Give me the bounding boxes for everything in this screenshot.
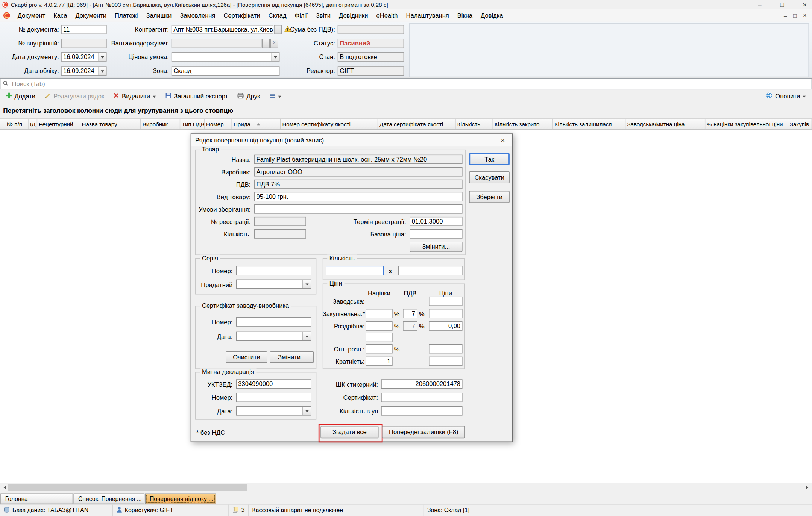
retail-price-field[interactable]: 0,00 [429,321,462,331]
refresh-dropdown-icon[interactable] [803,95,806,99]
minimize-button[interactable]: – [758,2,762,8]
close-button[interactable]: × [803,2,807,8]
certificate-field[interactable] [381,393,462,402]
sticker-field[interactable]: 2060000201478 [381,379,462,389]
list-options-button[interactable] [265,91,285,102]
refresh-button[interactable]: Оновити [762,90,810,103]
maximize-button[interactable]: □ [780,2,784,8]
consignee-clear-button[interactable]: X [270,39,278,48]
menu-item-13[interactable]: Вікна [453,9,477,21]
column-header-15[interactable]: % націнки закупівельної ціни [705,119,788,130]
delete-dropdown-icon[interactable] [153,95,156,99]
uktzed-field[interactable]: 3304990000 [236,379,311,389]
menu-item-3[interactable]: Платежі [111,9,142,21]
qty-per-pack-field[interactable] [381,406,462,416]
column-header-8[interactable]: Прида... [232,119,281,130]
doc-date-field[interactable]: 16.09.2024 [61,52,106,62]
horizontal-scrollbar[interactable] [0,483,812,492]
mdi-close-button[interactable]: × [803,11,807,19]
tab-0[interactable]: Головна [0,494,73,504]
column-header-4[interactable]: Назва товару [80,119,141,130]
customs-date-dropdown-icon[interactable] [302,407,311,415]
product-quantity-field[interactable] [254,229,306,239]
customs-number-field[interactable] [236,393,311,402]
print-button[interactable]: Друк [233,90,264,102]
product-change-button[interactable]: Змінити... [410,242,462,252]
reg-term-field[interactable]: 01.01.3000 [410,217,462,226]
quantity-total-field[interactable] [398,266,463,275]
factory-cert-number-field[interactable] [236,317,311,327]
quantity-input[interactable] [326,266,384,275]
menu-item-6[interactable]: Сертифікати [219,9,264,21]
product-kind-field[interactable]: 95-100 грн. [254,192,463,201]
search-input[interactable] [11,80,809,88]
factory-cert-date-dropdown-icon[interactable] [302,332,311,340]
column-header-9[interactable]: Номер сертифікату якості [281,119,378,130]
purchase-vat-field[interactable]: 7 [403,309,417,318]
column-header-0[interactable] [0,119,5,130]
price-condition-dropdown-icon[interactable] [271,53,279,61]
series-valid-dropdown-icon[interactable] [302,280,311,288]
tab-2[interactable]: Повернення від поку ... [145,494,216,504]
price-condition-field[interactable] [172,52,280,62]
factory-price-field[interactable] [429,297,462,306]
menu-item-10[interactable]: Довідники [335,9,372,21]
menu-item-9[interactable]: Звіти [312,9,335,21]
cancel-button[interactable]: Скасувати [469,171,509,183]
menu-item-11[interactable]: eHealth [372,9,402,21]
save-button[interactable]: Зберегти [469,191,509,203]
column-header-6[interactable]: Тип ПДВ [180,119,205,130]
wholesale-markup-field[interactable] [366,344,393,354]
menu-item-2[interactable]: Документи [71,9,111,21]
column-header-13[interactable]: Кількість залишилася [553,119,626,130]
export-button[interactable]: Загальний експорт [161,90,232,102]
factory-cert-date-field[interactable] [236,332,311,341]
list-dropdown-icon[interactable] [278,95,281,99]
doc-number-field[interactable]: 11 [61,25,106,34]
contragent-field[interactable]: Апт №003 пгт.Барышевка, ул.Киев [172,25,273,34]
purchase-price-field[interactable] [429,309,462,318]
contragent-browse-button[interactable]: ... [274,25,282,34]
wholesale-price-field[interactable] [429,344,462,354]
retail-markup-field[interactable] [366,321,393,331]
menu-item-1[interactable]: Каса [49,9,71,21]
groupby-panel[interactable]: Перетягніть заголовок колонки сюди для у… [0,103,812,118]
column-header-3[interactable]: Рецептурний [37,119,80,130]
multiplicity-price-field[interactable] [429,357,462,366]
account-date-field[interactable]: 16.09.2024 [61,66,106,76]
scroll-left-button[interactable] [0,483,8,492]
dialog-close-icon[interactable]: × [498,136,508,144]
multiplicity-field[interactable]: 1 [366,357,393,366]
menu-item-0[interactable]: Документ [14,9,49,21]
base-price-field[interactable] [410,229,462,239]
internal-number-field[interactable] [61,39,106,48]
menu-item-4[interactable]: Залишки [142,9,176,21]
customs-date-field[interactable] [236,406,311,416]
column-header-5[interactable]: Виробник [141,119,181,130]
add-button[interactable]: Додати [2,91,40,102]
account-date-dropdown-icon[interactable] [98,67,106,75]
column-header-11[interactable]: Кількість [456,119,493,130]
clear-button[interactable]: Очистити [226,351,267,363]
column-header-7[interactable]: Номер... [205,119,232,130]
cert-change-button[interactable]: Змінити... [270,351,314,363]
mdi-restore-button[interactable]: □ [793,12,797,18]
series-valid-field[interactable] [236,280,311,289]
column-header-10[interactable]: Дата сертифіката якості [378,119,456,130]
extra-markup-field[interactable] [366,333,393,342]
recall-all-button[interactable]: Згадати все [320,426,378,438]
scroll-right-button[interactable] [804,483,812,492]
column-header-12[interactable]: Кількість закрито [493,119,553,130]
reg-number-field[interactable] [254,217,306,226]
series-number-field[interactable] [236,266,311,275]
previous-stock-button[interactable]: Попередні залишки (F8) [382,426,465,438]
menu-item-12[interactable]: Налаштування [402,9,453,21]
column-header-16[interactable]: Закупів [788,119,812,130]
menu-item-14[interactable]: Довідка [477,9,507,21]
edit-row-button[interactable]: Редагувати рядок [41,90,109,102]
tab-1[interactable]: Список: Повернення ... [74,494,145,504]
purchase-markup-field[interactable] [366,309,393,318]
menu-item-8[interactable]: Філії [291,9,312,21]
zone-field[interactable]: Склад [172,66,280,76]
column-header-14[interactable]: Заводська/митна ціна [625,119,705,130]
